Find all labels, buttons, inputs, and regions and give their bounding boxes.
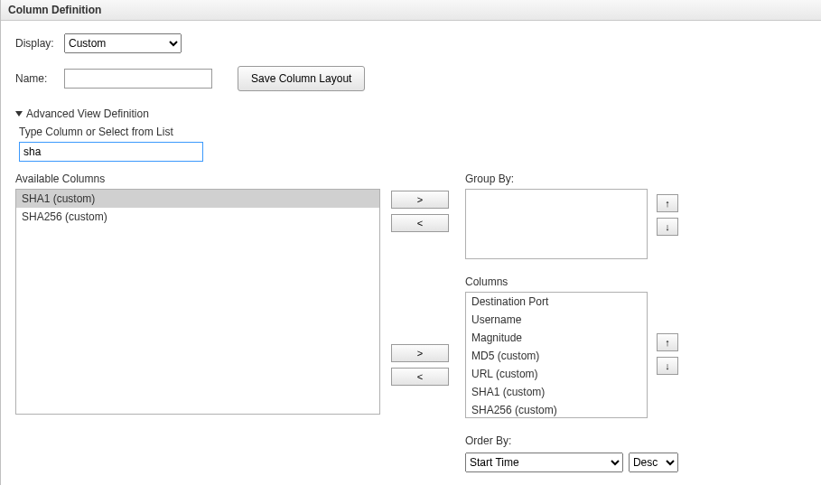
groupby-move-down-button[interactable]: ↓	[657, 218, 678, 236]
list-item[interactable]: URL (custom)	[466, 365, 647, 383]
order-by-label: Order By:	[465, 434, 678, 447]
type-column-input[interactable]	[19, 142, 203, 162]
advanced-view-label: Advanced View Definition	[26, 107, 149, 120]
save-column-layout-button[interactable]: Save Column Layout	[238, 66, 365, 91]
available-columns-list[interactable]: SHA1 (custom) SHA256 (custom)	[15, 189, 380, 415]
caret-down-icon	[15, 111, 23, 117]
order-by-select[interactable]: Start Time	[465, 453, 623, 472]
add-to-groupby-button[interactable]: >	[391, 191, 449, 209]
type-column-label: Type Column or Select from List	[19, 126, 812, 138]
list-item[interactable]: MD5 (custom)	[466, 347, 647, 365]
list-item[interactable]: SHA1 (custom)	[16, 190, 379, 208]
panel-title: Column Definition	[1, 0, 821, 21]
advanced-view-toggle[interactable]: Advanced View Definition	[15, 107, 812, 120]
name-input[interactable]	[64, 69, 212, 89]
display-select[interactable]: Custom	[64, 33, 182, 53]
group-by-label: Group By:	[465, 173, 678, 185]
columns-move-down-button[interactable]: ↓	[657, 357, 678, 375]
columns-list[interactable]: Destination Port Username Magnitude MD5 …	[465, 292, 648, 418]
name-label: Name:	[15, 72, 57, 85]
list-item[interactable]: Username	[466, 311, 647, 329]
groupby-move-up-button[interactable]: ↑	[657, 194, 678, 212]
list-item[interactable]: SHA256 (custom)	[466, 401, 647, 418]
group-by-list[interactable]	[465, 189, 648, 259]
remove-from-columns-button[interactable]: <	[391, 368, 449, 386]
columns-label: Columns	[465, 275, 678, 288]
display-label: Display:	[15, 37, 57, 50]
columns-move-up-button[interactable]: ↑	[657, 333, 678, 351]
list-item[interactable]: Magnitude	[466, 329, 647, 347]
add-to-columns-button[interactable]: >	[391, 344, 449, 362]
order-direction-select[interactable]: Desc	[629, 453, 678, 472]
list-item[interactable]: SHA256 (custom)	[16, 208, 379, 226]
list-item[interactable]: SHA1 (custom)	[466, 383, 647, 401]
list-item[interactable]: Destination Port	[466, 293, 647, 311]
remove-from-groupby-button[interactable]: <	[391, 214, 449, 232]
available-columns-label: Available Columns	[15, 173, 380, 185]
